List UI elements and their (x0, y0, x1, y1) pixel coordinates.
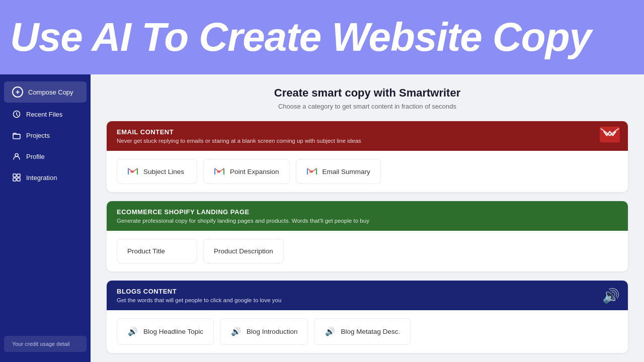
blog-intro-label: Blog Introduction (247, 328, 297, 335)
email-summary-label: Email Summary (323, 168, 370, 175)
point-expansion-card[interactable]: M Point Expansion (203, 159, 290, 184)
blog-intro-card[interactable]: 🔊 Blog Introduction (220, 318, 308, 345)
svg-text:M: M (217, 169, 220, 174)
sidebar-item-compose[interactable]: + Compose Copy (4, 81, 87, 103)
content-area: Create smart copy with Smartwriter Choos… (91, 74, 644, 362)
blog-metatag-card[interactable]: 🔊 Blog Metatag Desc. (314, 318, 411, 345)
shopify-desc: Generate professional copy for shopify l… (117, 218, 518, 224)
subject-lines-card[interactable]: M Subject Lines (117, 159, 197, 184)
sidebar-label-projects: Projects (26, 132, 50, 139)
gmail-icon-2: M (214, 167, 225, 175)
email-desc: Never get stuck replying to emails or st… (117, 138, 518, 144)
sidebar-label-profile: Profile (26, 153, 45, 160)
svg-text:M: M (309, 169, 313, 174)
sidebar-label-recent: Recent Files (26, 111, 62, 118)
subject-lines-label: Subject Lines (143, 168, 184, 175)
blog-headline-card[interactable]: 🔊 Blog Headline Topic (117, 318, 214, 345)
main-layout: + Compose Copy Recent Files Projects (0, 74, 644, 362)
banner-title: Use AI To Create Website Copy (10, 17, 591, 57)
svg-rect-5 (13, 178, 16, 181)
blogs-title: BLOGS CONTENT (117, 288, 618, 295)
blog-icon-2: 🔊 (230, 327, 242, 336)
integration-icon (12, 173, 21, 182)
blogs-header-icon: 🔊 (602, 287, 620, 304)
gmail-icon-1: M (127, 167, 138, 175)
svg-rect-7 (600, 126, 620, 142)
blog-headline-label: Blog Headline Topic (143, 328, 203, 335)
credit-usage-detail[interactable]: Your credit usage detail (4, 336, 87, 352)
blogs-header: BLOGS CONTENT Get the words that will ge… (107, 281, 628, 310)
svg-text:M: M (130, 169, 134, 174)
email-cards: M Subject Lines M (107, 151, 628, 192)
sidebar-item-integration[interactable]: Integration (4, 168, 87, 187)
profile-icon (12, 152, 21, 161)
product-title-card[interactable]: Product Title (117, 239, 197, 263)
svg-rect-4 (17, 174, 20, 177)
shopify-header: ECOMMERCE SHOPIFY LANDING PAGE Generate … (107, 201, 628, 231)
sidebar-label-compose: Compose Copy (28, 88, 73, 96)
svg-rect-1 (13, 134, 20, 139)
email-header-icon (600, 126, 620, 146)
blogs-desc: Get the words that will get people to cl… (117, 297, 518, 303)
blog-icon-1: 🔊 (127, 327, 138, 336)
recent-icon (12, 110, 21, 119)
email-title: EMAIL CONTENT (117, 128, 618, 136)
page-title: Create smart copy with Smartwriter (107, 86, 628, 100)
page-subtitle: Choose a category to get smart content i… (107, 103, 628, 110)
email-summary-card[interactable]: M Email Summary (296, 159, 381, 184)
sidebar: + Compose Copy Recent Files Projects (0, 74, 91, 362)
product-description-card[interactable]: Product Description (203, 239, 284, 263)
gmail-icon-3: M (306, 167, 317, 175)
top-banner: Use AI To Create Website Copy (0, 0, 644, 74)
svg-rect-3 (13, 174, 16, 177)
sidebar-item-recent[interactable]: Recent Files (4, 105, 87, 124)
sidebar-item-profile[interactable]: Profile (4, 147, 87, 166)
projects-icon (12, 131, 21, 140)
product-title-label: Product Title (127, 247, 165, 255)
blogs-cards: 🔊 Blog Headline Topic 🔊 Blog Introductio… (107, 310, 628, 353)
sidebar-label-integration: Integration (26, 174, 57, 182)
svg-rect-6 (17, 178, 20, 181)
shopify-cards: Product Title Product Description (107, 231, 628, 272)
blogs-section: BLOGS CONTENT Get the words that will ge… (107, 281, 628, 353)
blog-icon-3: 🔊 (325, 327, 336, 336)
email-section: EMAIL CONTENT Never get stuck replying t… (107, 121, 628, 192)
shopify-title: ECOMMERCE SHOPIFY LANDING PAGE (117, 208, 618, 216)
compose-icon: + (12, 86, 23, 98)
shopify-section: ECOMMERCE SHOPIFY LANDING PAGE Generate … (107, 201, 628, 272)
blog-metatag-label: Blog Metatag Desc. (341, 328, 400, 335)
sidebar-item-projects[interactable]: Projects (4, 126, 87, 145)
product-description-label: Product Description (214, 247, 273, 255)
email-header: EMAIL CONTENT Never get stuck replying t… (107, 121, 628, 151)
point-expansion-label: Point Expansion (230, 168, 279, 175)
